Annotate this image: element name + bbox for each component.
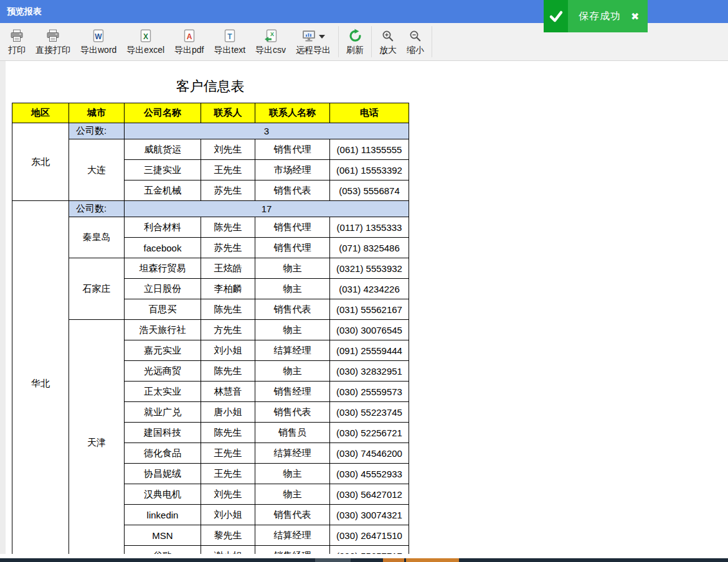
svg-text:T: T: [227, 32, 232, 40]
region-cell: 东北: [12, 123, 69, 201]
taskbar-segment: [406, 558, 459, 562]
contact-cell: 苏先生: [201, 180, 255, 201]
contact-title-cell: 市场经理: [255, 160, 330, 180]
zoom-in-button[interactable]: 放大: [374, 26, 402, 58]
export-csv-button[interactable]: X 导出csv: [250, 26, 291, 58]
print-button[interactable]: 打印: [3, 26, 31, 58]
contact-cell: 苏先生: [201, 238, 255, 258]
export-excel-button[interactable]: X 导出excel: [121, 26, 169, 58]
phone-cell: (091) 25559444: [330, 340, 409, 361]
svg-text:W: W: [95, 32, 103, 40]
contact-title-cell: 销售经理: [255, 382, 330, 402]
zoom-out-button[interactable]: 缩小: [402, 26, 429, 58]
contact-title-cell: 物主: [255, 484, 330, 505]
toolbar-separator: [338, 26, 339, 57]
column-header: 联系人: [201, 103, 255, 123]
company-cell: 协昌妮绒: [125, 464, 201, 484]
city-cell: 秦皇岛: [69, 217, 125, 258]
company-count-row: 华北公司数:17: [12, 201, 409, 217]
contact-title-cell: 销售代理: [255, 139, 330, 160]
contact-title-cell: 物主: [255, 361, 330, 382]
toast-check-panel: [544, 0, 568, 32]
phone-cell: (030) 45552933: [330, 464, 409, 484]
contact-title-cell: 销售代表: [255, 505, 330, 525]
taskbar-segment: [383, 558, 404, 562]
column-header: 电话: [330, 103, 409, 123]
printer-icon: [46, 29, 60, 42]
excel-doc-icon: X: [139, 29, 152, 43]
export-word-label: 导出word: [80, 45, 116, 56]
close-icon[interactable]: ✖: [631, 11, 639, 22]
printer-icon: [10, 29, 24, 42]
toolbar-separator: [371, 26, 372, 57]
company-count-row: 东北公司数:3: [12, 123, 409, 139]
table-header-row: 地区城市公司名称联系人联系人名称电话: [12, 103, 409, 123]
contact-title-cell: 销售代表: [255, 180, 330, 201]
phone-cell: (031) 4234226: [330, 279, 409, 299]
svg-text:X: X: [270, 31, 274, 37]
contact-cell: 刘小姐: [201, 505, 255, 525]
phone-cell: (061) 15553392: [330, 160, 409, 180]
contact-cell: 方先生: [201, 320, 255, 340]
remote-export-button[interactable]: 远程导出: [291, 26, 336, 58]
column-header: 公司名称: [125, 103, 201, 123]
company-cell: 三捷实业: [125, 160, 201, 180]
report-preview-area: 客户信息表 地区城市公司名称联系人联系人名称电话东北公司数:3大连威航货运刘先生…: [0, 61, 728, 554]
company-cell: 坦森行贸易: [125, 258, 201, 279]
contact-title-cell: 销售代理: [255, 238, 330, 258]
direct-print-label: 直接打印: [35, 45, 70, 56]
zoom-out-icon: [409, 30, 422, 42]
word-doc-icon: W: [92, 29, 105, 43]
contact-cell: 林慧音: [201, 382, 255, 402]
column-header: 地区: [12, 103, 69, 123]
city-cell: 天津: [69, 320, 125, 555]
zoom-in-icon: [382, 30, 394, 42]
preview-report-window: 预览报表 保存成功 ✖ 打印: [0, 0, 728, 562]
remote-export-label: 远程导出: [296, 45, 331, 56]
contact-cell: 王先生: [201, 160, 255, 180]
refresh-button[interactable]: 刷新: [341, 26, 369, 58]
company-cell: 就业广兑: [125, 402, 201, 423]
zoom-out-label: 缩小: [407, 45, 424, 56]
export-pdf-label: 导出pdf: [174, 45, 204, 56]
report-table: 地区城市公司名称联系人联系人名称电话东北公司数:3大连威航货运刘先生销售代理(0…: [12, 103, 409, 554]
company-cell: 德化食品: [125, 443, 201, 464]
text-doc-icon: T: [224, 29, 236, 43]
contact-cell: 刘小姐: [201, 340, 255, 361]
company-cell: linkedin: [125, 505, 201, 525]
direct-print-button[interactable]: 直接打印: [31, 26, 75, 58]
export-csv-label: 导出csv: [255, 45, 286, 56]
export-text-button[interactable]: T 导出text: [209, 26, 251, 58]
contact-title-cell: 物主: [255, 258, 330, 279]
contact-title-cell: 结算经理: [255, 443, 330, 464]
column-header: 城市: [69, 103, 125, 123]
chevron-down-icon: [319, 35, 325, 39]
contact-cell: 刘先生: [201, 484, 255, 505]
phone-cell: (030) 26471510: [330, 525, 409, 546]
check-icon: [548, 8, 564, 24]
save-success-toast: 保存成功 ✖: [544, 0, 648, 32]
monitor-icon: [302, 30, 316, 42]
phone-cell: (0321) 5553932: [330, 258, 409, 279]
contact-cell: 刘先生: [201, 139, 255, 160]
company-cell: 浩天旅行社: [125, 320, 201, 340]
export-text-label: 导出text: [214, 45, 246, 56]
contact-cell: 李柏麟: [201, 279, 255, 299]
phone-cell: (071) 8325486: [330, 238, 409, 258]
taskbar-segment: [315, 558, 351, 562]
contact-cell: 王炫皓: [201, 258, 255, 279]
company-cell: MSN: [125, 525, 201, 546]
column-header: 联系人名称: [255, 103, 330, 123]
contact-cell: 王先生: [201, 443, 255, 464]
company-cell: 正太实业: [125, 382, 201, 402]
phone-cell: (030) 55223745: [330, 402, 409, 423]
export-pdf-button[interactable]: A 导出pdf: [169, 26, 209, 58]
zoom-in-label: 放大: [379, 45, 397, 56]
contact-title-cell: 物主: [255, 279, 330, 299]
svg-text:A: A: [186, 32, 192, 40]
export-word-button[interactable]: W 导出word: [75, 26, 121, 58]
phone-cell: (030) 30076545: [330, 320, 409, 340]
phone-cell: (053) 5556874: [330, 180, 409, 201]
company-cell: 五金机械: [125, 180, 201, 201]
contact-title-cell: 销售经理: [255, 546, 330, 555]
